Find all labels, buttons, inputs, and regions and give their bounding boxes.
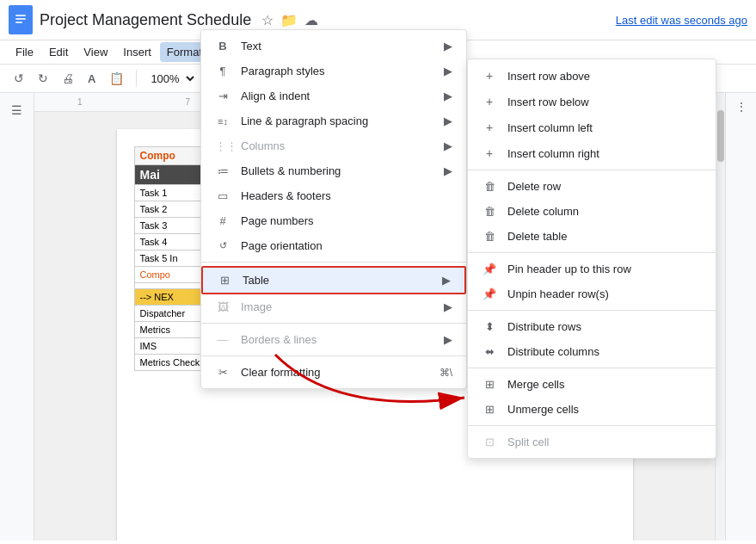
merge-icon: ⊞ <box>482 378 497 391</box>
insert-above-icon: + <box>482 69 497 83</box>
delete-column-label: Delete column <box>507 205 579 218</box>
insert-row-above-item[interactable]: + Insert row above <box>468 63 716 89</box>
merge-cells-label: Merge cells <box>507 378 564 391</box>
doc-icon <box>9 5 33 34</box>
arrow-icon: ▶ <box>444 300 452 313</box>
format-borders-item[interactable]: — Borders & lines ▶ <box>201 327 466 352</box>
unmerge-cells-item[interactable]: ⊞ Unmerge cells <box>468 397 716 422</box>
format-headers-item[interactable]: ▭ Headers & footers <box>201 183 466 208</box>
pin-header-item[interactable]: 📌 Pin header up to this row <box>468 257 716 281</box>
arrow-icon: ▶ <box>444 40 452 53</box>
insert-column-right-item[interactable]: + Insert column right <box>468 140 716 166</box>
merge-cells-item[interactable]: ⊞ Merge cells <box>468 372 716 397</box>
scrollbar-thumb[interactable] <box>717 110 724 162</box>
format-columns-item[interactable]: ⋮⋮ Columns ▶ <box>201 133 466 158</box>
format-button[interactable]: 📋 <box>104 68 129 89</box>
pin-header-label: Pin header up to this row <box>507 263 631 275</box>
delete-table-icon: 🗑 <box>482 230 497 243</box>
distribute-rows-icon: ⬍ <box>482 320 497 333</box>
arrow-icon: ▶ <box>444 90 452 102</box>
format-headers-label: Headers & footers <box>241 189 452 202</box>
redo-button[interactable]: ↻ <box>33 68 53 89</box>
format-columns-label: Columns <box>241 139 433 152</box>
folder-icon[interactable]: 📁 <box>280 12 298 28</box>
sub-divider-1 <box>468 170 716 170</box>
distribute-rows-item[interactable]: ⬍ Distribute rows <box>468 314 716 339</box>
svg-rect-3 <box>15 22 22 23</box>
format-borders-label: Borders & lines <box>241 333 433 346</box>
format-bullets-item[interactable]: ≔ Bullets & numbering ▶ <box>201 158 466 183</box>
undo-button[interactable]: ↺ <box>9 68 29 89</box>
format-clear-label: Clear formatting <box>241 366 429 379</box>
format-clear-item[interactable]: ✂ Clear formatting ⌘\ <box>201 360 466 385</box>
cloud-icon[interactable]: ☁ <box>304 12 318 28</box>
unpin-header-label: Unpin header row(s) <box>507 287 609 300</box>
left-sidebar: ☰ <box>0 93 34 541</box>
sub-divider-4 <box>468 368 716 368</box>
menu-file[interactable]: File <box>9 42 40 62</box>
format-spacing-label: Line & paragraph spacing <box>241 114 433 127</box>
delete-table-item[interactable]: 🗑 Delete table <box>468 224 716 249</box>
distribute-rows-label: Distribute rows <box>507 320 581 333</box>
delete-row-label: Delete row <box>507 180 561 193</box>
arrow-icon: ▶ <box>444 333 452 346</box>
format-spacing-item[interactable]: ≡↕ Line & paragraph spacing ▶ <box>201 108 466 133</box>
align-icon: ⇥ <box>215 90 230 102</box>
star-icon[interactable]: ☆ <box>261 12 274 28</box>
format-text-label: Text <box>241 40 433 53</box>
unpin-header-item[interactable]: 📌 Unpin header row(s) <box>468 281 716 306</box>
format-text-item[interactable]: B Text ▶ <box>201 34 466 59</box>
divider-1 <box>201 262 466 263</box>
insert-row-below-item[interactable]: + Insert row below <box>468 89 716 114</box>
print-button[interactable]: 🖨 <box>57 68 79 89</box>
menu-view[interactable]: View <box>77 42 114 62</box>
format-pagenums-label: Page numbers <box>241 214 452 227</box>
format-image-item[interactable]: 🖼 Image ▶ <box>201 294 466 319</box>
insert-column-left-item[interactable]: + Insert column left <box>468 114 716 140</box>
split-cell-item[interactable]: ⊡ Split cell <box>468 430 716 454</box>
insert-col-right-icon: + <box>482 146 497 160</box>
unmerge-icon: ⊞ <box>482 403 497 416</box>
table-icon: ⊞ <box>217 274 232 287</box>
format-table-label: Table <box>243 274 432 287</box>
columns-icon: ⋮⋮ <box>215 139 230 152</box>
format-table-item[interactable]: ⊞ Table ▶ <box>201 266 466 294</box>
right-panel: ⋮ <box>725 93 756 541</box>
paint-button[interactable]: A <box>83 69 101 89</box>
bullets-icon: ≔ <box>215 164 230 177</box>
last-edit-label[interactable]: Last edit was seconds ago <box>616 14 747 27</box>
menu-insert[interactable]: Insert <box>116 42 158 62</box>
spacing-icon: ≡↕ <box>215 116 230 127</box>
distribute-columns-item[interactable]: ⬌ Distribute columns <box>468 339 716 364</box>
right-panel-icon[interactable]: ⋮ <box>735 100 747 114</box>
split-icon: ⊡ <box>482 436 497 448</box>
sidebar-list-icon[interactable]: ☰ <box>8 100 26 121</box>
format-orientation-label: Page orientation <box>241 239 452 252</box>
format-align-item[interactable]: ⇥ Align & indent ▶ <box>201 83 466 108</box>
insert-below-icon: + <box>482 95 497 108</box>
zoom-select[interactable]: 100% 75% 125% <box>144 70 197 88</box>
toolbar-divider-1 <box>136 70 137 87</box>
format-pagenums-item[interactable]: # Page numbers <box>201 208 466 233</box>
insert-col-left-icon: + <box>482 121 497 134</box>
clear-icon: ✂ <box>215 366 230 379</box>
arrow-icon: ▶ <box>442 274 451 287</box>
menu-edit[interactable]: Edit <box>42 42 75 62</box>
table-submenu: + Insert row above + Insert row below + … <box>467 59 716 459</box>
svg-rect-1 <box>15 15 26 16</box>
paragraph-icon: ¶ <box>215 65 230 77</box>
headers-icon: ▭ <box>215 189 230 202</box>
pagenums-icon: # <box>215 214 230 227</box>
arrow-icon: ▶ <box>444 164 452 177</box>
format-image-label: Image <box>241 300 433 313</box>
divider-3 <box>201 355 466 356</box>
format-orientation-item[interactable]: ↺ Page orientation <box>201 233 466 258</box>
delete-row-item[interactable]: 🗑 Delete row <box>468 174 716 199</box>
format-paragraph-item[interactable]: ¶ Paragraph styles ▶ <box>201 59 466 83</box>
text-icon: B <box>215 40 230 53</box>
title-icons: ☆ 📁 ☁ <box>261 12 318 28</box>
borders-icon: — <box>215 333 230 346</box>
split-cell-label: Split cell <box>507 436 549 448</box>
format-bullets-label: Bullets & numbering <box>241 164 433 177</box>
delete-column-item[interactable]: 🗑 Delete column <box>468 199 716 224</box>
